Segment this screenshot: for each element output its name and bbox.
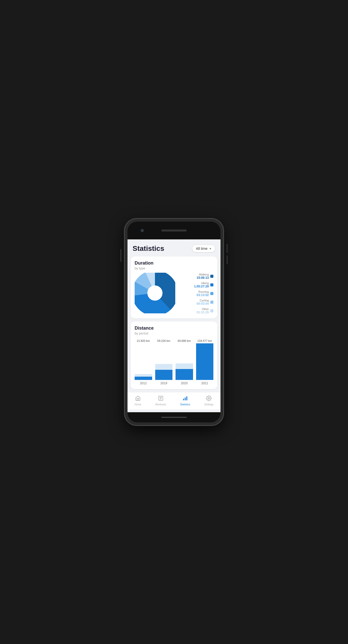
legend-value-cycling: 05:03:04: [197, 302, 209, 305]
nav-label-workouts: Workouts: [155, 403, 166, 406]
duration-chart-area: Walking 15:06:13 Hiking 1.05:27:29: [135, 273, 213, 314]
page-title: Statistics: [133, 244, 164, 253]
app-content: Statistics All time ▼ Duration by type: [128, 239, 220, 389]
home-icon: [135, 395, 141, 403]
bar-value-2021: 134.577 km: [197, 339, 212, 342]
nav-label-settings: Settings: [204, 403, 213, 406]
svg-point-7: [208, 397, 210, 399]
nav-item-settings[interactable]: Settings: [200, 394, 217, 407]
workouts-icon: [158, 395, 164, 403]
bar-dark-2012: [135, 377, 152, 380]
vol-up-button: [227, 244, 228, 253]
bar-year-2012: 2012: [140, 381, 147, 385]
settings-icon: [206, 395, 212, 403]
phone-screen: Statistics All time ▼ Duration by type: [128, 222, 220, 422]
legend-text-hiking: Hiking 1.05:27:29: [194, 282, 209, 288]
bar-col-2020: 60.680 km 2020: [176, 339, 193, 385]
bar-col-2012: 21.820 km 2012: [135, 339, 152, 385]
pie-walking-slice: [140, 278, 170, 308]
time-filter-label: All time: [196, 247, 208, 251]
bar-year-2019: 2019: [160, 381, 167, 385]
power-button: [120, 249, 121, 262]
bar-wrapper-2020: [176, 343, 193, 380]
svg-rect-6: [186, 396, 187, 401]
legend-value-running: 03:13:02: [197, 293, 209, 297]
home-indicator: [161, 417, 187, 418]
bar-stack-2019: [155, 364, 173, 380]
nav-item-home[interactable]: Home: [131, 394, 146, 407]
bar-wrapper-2012: [135, 343, 152, 380]
bar-value-2012: 21.820 km: [137, 339, 150, 342]
svg-rect-4: [183, 399, 184, 400]
legend-dot-walking: [210, 275, 213, 278]
time-filter-button[interactable]: All time ▼: [192, 245, 215, 252]
legend-item-hiking: Hiking 1.05:27:29: [180, 282, 213, 288]
pie-chart: [135, 273, 175, 314]
legend-text-running: Running 03:13:02: [197, 290, 209, 297]
phone-top-bar: [128, 222, 220, 239]
bar-light-2012: [135, 374, 152, 377]
distance-card: Distance by period 21.820 km: [131, 321, 217, 389]
bar-wrapper-2019: [155, 343, 173, 380]
phone-device: Statistics All time ▼ Duration by type: [124, 219, 224, 425]
duration-card: Duration by type: [131, 256, 217, 318]
bottom-nav: Home Workouts: [128, 392, 220, 409]
bar-col-2021: 134.577 km 2021: [196, 339, 214, 385]
legend-dot-other: [210, 309, 213, 312]
legend-label-other: Other: [197, 308, 209, 311]
bar-stack-2020: [176, 363, 193, 380]
legend-item-other: Other 01:31:29: [180, 308, 213, 314]
bar-stack-2012: [135, 374, 152, 380]
pie-chart-svg: [135, 273, 175, 313]
bar-year-2020: 2020: [181, 381, 188, 385]
duration-card-title: Duration: [135, 260, 213, 266]
bar-dark-2020: [176, 369, 193, 380]
svg-rect-5: [185, 397, 186, 400]
legend-label-cycling: Cycling: [197, 299, 209, 302]
bar-year-2021: 2021: [201, 381, 208, 385]
bar-wrapper-2021: [196, 343, 214, 380]
nav-label-home: Home: [135, 403, 141, 406]
legend-label-hiking: Hiking: [194, 282, 209, 285]
bar-value-2019: 59.220 km: [157, 339, 170, 342]
phone-bottom-bar: [128, 412, 220, 422]
legend-dot-running: [210, 292, 213, 295]
legend-dot-cycling: [210, 301, 213, 304]
bar-value-2020: 60.680 km: [178, 339, 191, 342]
bar-dark-2019: [155, 370, 173, 380]
nav-label-statistics: Statistics: [180, 403, 190, 406]
chevron-down-icon: ▼: [209, 247, 212, 250]
app-screen: Statistics All time ▼ Duration by type: [128, 239, 220, 412]
legend-value-hiking: 1.05:27:29: [194, 285, 209, 288]
legend-text-cycling: Cycling 05:03:04: [197, 299, 209, 305]
nav-item-statistics[interactable]: Statistics: [176, 394, 194, 407]
pie-legend: Walking 15:06:13 Hiking 1.05:27:29: [180, 273, 213, 314]
distance-bars-area: 21.820 km 2012: [135, 339, 213, 385]
legend-item-running: Running 03:13:02: [180, 290, 213, 297]
speaker-icon: [161, 229, 187, 232]
bar-dark-2021: [196, 343, 214, 380]
legend-label-walking: Walking: [197, 273, 209, 276]
legend-text-walking: Walking 15:06:13: [197, 273, 209, 280]
vol-down-button: [227, 255, 228, 264]
legend-value-other: 01:31:29: [197, 311, 209, 314]
distance-card-subtitle: by period: [135, 331, 213, 335]
duration-card-subtitle: by type: [135, 266, 213, 270]
legend-value-walking: 15:06:13: [197, 276, 209, 280]
legend-item-cycling: Cycling 05:03:04: [180, 299, 213, 305]
app-header: Statistics All time ▼: [128, 239, 220, 256]
bar-stack-2021: [196, 343, 214, 380]
camera-icon: [141, 229, 144, 232]
legend-dot-hiking: [210, 283, 213, 286]
statistics-icon: [182, 395, 188, 403]
bar-light-2019: [155, 364, 173, 370]
bar-col-2019: 59.220 km 2019: [155, 339, 173, 385]
bar-light-2020: [176, 363, 193, 369]
legend-label-running: Running: [197, 290, 209, 293]
nav-item-workouts[interactable]: Workouts: [151, 394, 170, 407]
legend-text-other: Other 01:31:29: [197, 308, 209, 314]
distance-card-title: Distance: [135, 326, 213, 331]
bars-row: 21.820 km 2012: [135, 339, 213, 385]
legend-item-walking: Walking 15:06:13: [180, 273, 213, 280]
